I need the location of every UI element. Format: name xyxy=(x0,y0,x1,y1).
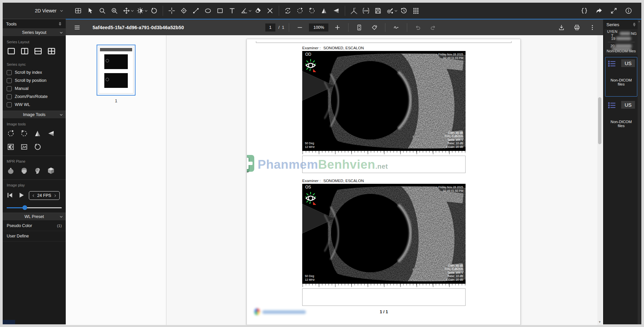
info-button[interactable] xyxy=(623,5,635,17)
delete-all-button[interactable] xyxy=(264,5,276,17)
history-button[interactable] xyxy=(398,5,410,17)
save-button[interactable] xyxy=(372,5,384,17)
reset-rotate-icon[interactable] xyxy=(34,143,42,151)
tools-panel: Tools Series layout Series Layout Series… xyxy=(3,19,66,324)
checkbox-zoom-pan-rotate[interactable]: Zoom/Pan/Rotate xyxy=(3,93,66,101)
flip-horizontal-icon[interactable] xyxy=(34,129,42,138)
checkbox-manual[interactable]: Manual xyxy=(3,85,66,93)
window-level-dropdown-chevron-icon[interactable] xyxy=(144,9,148,13)
checkbox-scroll-by-position[interactable]: Scroll by position xyxy=(3,76,66,85)
freehand-draw-button[interactable] xyxy=(390,21,402,34)
sagittal-plane-icon[interactable] xyxy=(34,167,42,175)
checkbox-scroll-by-index[interactable]: Scroll by index xyxy=(3,68,66,76)
mpr-cube-icon[interactable] xyxy=(47,167,55,175)
checkbox-ww-wl[interactable]: WW WL xyxy=(3,101,66,109)
magnify-button[interactable] xyxy=(96,5,108,17)
flip-horizontal-button[interactable] xyxy=(318,5,330,17)
redo-button[interactable] xyxy=(427,21,439,34)
rotate-sync-button[interactable] xyxy=(282,5,294,17)
window-level-icon xyxy=(137,7,144,14)
reset-wl-icon[interactable] xyxy=(20,143,28,151)
wl-preset-section-header[interactable]: WL Preset xyxy=(3,213,66,221)
print-button[interactable] xyxy=(571,21,583,34)
rotate-ccw-button[interactable] xyxy=(306,5,318,17)
pointer-button[interactable] xyxy=(84,5,96,17)
series-layout-section-header[interactable]: Series layout xyxy=(3,29,66,37)
layout-2x2-icon[interactable] xyxy=(47,47,56,56)
scrollbar-thumb[interactable] xyxy=(598,97,601,144)
fps-stepper[interactable]: 24 FPS xyxy=(29,191,60,200)
coronal-plane-icon[interactable] xyxy=(20,167,28,175)
page-thumbnail[interactable] xyxy=(97,45,136,96)
reset-button[interactable] xyxy=(148,5,160,17)
image-play-label: Image play xyxy=(3,180,66,189)
eraser-button[interactable] xyxy=(252,5,264,17)
cad-button[interactable] xyxy=(360,5,372,17)
flip-vertical-button[interactable] xyxy=(330,5,342,17)
apps-grid-button[interactable] xyxy=(410,5,422,17)
fit-page-button[interactable] xyxy=(353,21,365,34)
checkbox-icon[interactable] xyxy=(7,78,12,83)
ellipse-button[interactable] xyxy=(202,5,214,17)
slider-thumb[interactable] xyxy=(22,205,27,210)
layout-1x2-icon[interactable] xyxy=(20,47,29,56)
zoom-in-button[interactable] xyxy=(331,21,343,34)
checkbox-icon[interactable] xyxy=(7,102,12,107)
flip-vertical-icon[interactable] xyxy=(47,129,55,138)
rotate-cw-icon[interactable] xyxy=(7,129,15,138)
skip-start-button[interactable] xyxy=(6,192,13,200)
axial-plane-icon[interactable] xyxy=(7,167,15,175)
pin-icon[interactable] xyxy=(632,22,637,27)
layout-2x1-icon[interactable] xyxy=(34,47,43,56)
series-card-1[interactable]: US Non-DICOM files xyxy=(605,57,637,97)
laterality-label: OS xyxy=(305,185,311,189)
print-icon xyxy=(574,24,580,31)
application-window: 2D Viewer xyxy=(0,0,644,327)
undo-button[interactable] xyxy=(412,21,424,34)
axis-3d-button[interactable] xyxy=(348,5,360,17)
marker-dropdown-chevron-icon[interactable] xyxy=(394,9,398,13)
play-button[interactable] xyxy=(17,192,25,200)
length-measure-button[interactable] xyxy=(190,5,202,17)
pan-dropdown-chevron-icon[interactable] xyxy=(130,9,134,13)
rotate-cw-button[interactable] xyxy=(294,5,306,17)
zoom-level-input[interactable]: 100% xyxy=(309,23,328,32)
layout-1x1-icon[interactable] xyxy=(7,47,16,56)
rectangle-button[interactable] xyxy=(214,5,226,17)
download-button[interactable] xyxy=(555,21,568,34)
zoom-in-button[interactable] xyxy=(108,5,120,17)
layout-grid-button[interactable] xyxy=(72,5,84,17)
probe-button[interactable] xyxy=(178,5,190,17)
document-page: Examiner : SONOMED, ESCALON OD Friday No… xyxy=(247,39,521,325)
more-options-button[interactable] xyxy=(586,21,598,34)
rotate-ccw-icon[interactable] xyxy=(20,129,28,138)
checkbox-icon[interactable] xyxy=(7,94,12,99)
frame-slider[interactable] xyxy=(7,205,62,210)
chevron-right-icon[interactable] xyxy=(54,194,57,197)
rotate-cw-icon xyxy=(296,7,304,14)
text-annotation-button[interactable] xyxy=(226,5,238,17)
sidebar-toggle-button[interactable] xyxy=(71,21,83,34)
viewer-mode-selector[interactable]: 2D Viewer xyxy=(35,8,63,13)
angle-dropdown-chevron-icon[interactable] xyxy=(248,9,252,13)
invert-icon[interactable] xyxy=(7,143,15,151)
fullscreen-button[interactable] xyxy=(578,5,590,17)
scrollbar-up-arrow[interactable]: ▲ xyxy=(638,20,641,22)
crosshair-button[interactable] xyxy=(166,5,178,17)
page-number-input[interactable]: 1 xyxy=(265,23,275,32)
image-tools-section-header[interactable]: Image Tools xyxy=(3,111,66,119)
pin-icon[interactable] xyxy=(58,22,62,26)
document-scrollbar[interactable]: ▼ xyxy=(597,35,602,325)
wl-preset-pseudo-color[interactable]: Pseudo Color (1) xyxy=(3,221,66,231)
z oom-out-button[interactable] xyxy=(294,21,306,34)
scrollbar-down-arrow[interactable]: ▼ xyxy=(597,320,602,324)
wl-preset-user-define[interactable]: User Define xyxy=(3,231,66,241)
series-card-2[interactable]: US Non-DICOM files xyxy=(605,99,637,138)
series-panel-scrollbar[interactable]: ▲ xyxy=(638,19,641,324)
rotate-page-button[interactable] xyxy=(368,21,380,34)
chevron-left-icon[interactable] xyxy=(32,194,35,197)
share-button[interactable] xyxy=(593,5,605,17)
checkbox-icon[interactable] xyxy=(7,70,12,75)
checkbox-icon[interactable] xyxy=(7,86,12,91)
expand-button[interactable] xyxy=(608,5,620,17)
